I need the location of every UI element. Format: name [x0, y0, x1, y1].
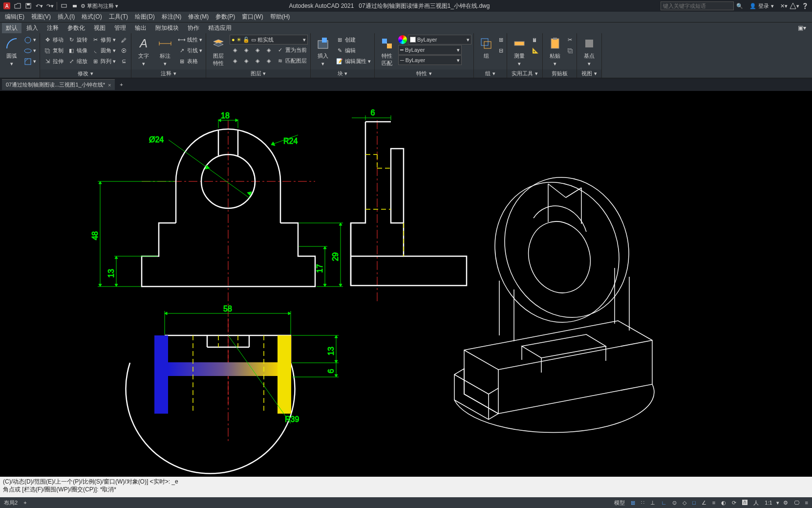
polar-icon[interactable]: ⊙	[670, 497, 679, 508]
text-button[interactable]: A文字▾	[133, 35, 154, 69]
command-line[interactable]: (C)/动态(D)/范围(E)/上一个(P)/比例(S)/窗口(W)/对象(O)…	[0, 477, 812, 497]
create-button[interactable]: ⊞创建	[334, 35, 372, 45]
insert-button[interactable]: 插入▾	[313, 35, 333, 69]
menu-param[interactable]: 参数(P)	[213, 12, 238, 22]
attr-button[interactable]: 📝编辑属性 ▾	[334, 56, 372, 66]
grid-icon[interactable]: ⊞	[629, 497, 637, 508]
mirror-button[interactable]: ◧镜像	[66, 45, 89, 56]
color-dropdown[interactable]: ByLayer▾	[408, 35, 471, 44]
customize-icon[interactable]: ≡	[803, 497, 810, 508]
save-icon[interactable]	[23, 1, 33, 11]
fillet-button[interactable]: ◟圆角 ▾	[90, 45, 117, 56]
panel-label[interactable]: 图层 ▾	[206, 69, 310, 78]
move-button[interactable]: ✥移动	[42, 35, 65, 45]
tab-manage[interactable]: 管理	[110, 23, 130, 33]
search-icon[interactable]: 🔍	[735, 1, 745, 11]
menu-dim[interactable]: 标注(N)	[159, 12, 185, 22]
transparency-icon[interactable]: ◐	[719, 497, 728, 508]
tab-default[interactable]: 默认	[2, 23, 21, 33]
linear-button[interactable]: ⟷线性 ▾	[176, 35, 204, 45]
rotate-button[interactable]: ↻旋转	[66, 35, 89, 45]
arc-button[interactable]: 圆弧▾	[2, 35, 21, 77]
annoscale-icon[interactable]: 人	[751, 497, 761, 508]
circle-icon[interactable]: ▾	[22, 35, 38, 45]
setcur-button[interactable]: ✓置为当前	[275, 45, 308, 55]
dim-button[interactable]: 标注▾	[155, 35, 175, 69]
plot-icon[interactable]	[59, 1, 69, 11]
group-icon2[interactable]: ⊟	[497, 45, 505, 56]
add-layout-button[interactable]: +	[21, 497, 28, 508]
layer-props-button[interactable]: 图层 特性	[208, 35, 229, 69]
new-tab-button[interactable]: +	[116, 79, 127, 90]
panel-label[interactable]: 修改 ▾	[40, 69, 131, 78]
ellipse-icon[interactable]: ▾	[22, 45, 38, 56]
base-button[interactable]: 基点▾	[579, 35, 599, 69]
copy-icon[interactable]: ⿻	[566, 45, 575, 56]
open-icon[interactable]	[13, 1, 22, 11]
workspace-icon[interactable]: ⚙	[781, 497, 790, 508]
anno-icon[interactable]: 🅰	[740, 497, 749, 508]
monitor-icon[interactable]: 🖵	[792, 497, 801, 508]
util-icon2[interactable]: 📐	[531, 45, 540, 56]
autodesk-icon[interactable]: ▾	[790, 1, 799, 11]
layer-icon5[interactable]: ◈	[230, 56, 240, 66]
workspace-dropdown[interactable]: ⚙ 草图与注释 ▾	[81, 1, 118, 11]
panel-label[interactable]: 视图 ▾	[577, 69, 601, 78]
layer-icon8[interactable]: ◈	[263, 56, 274, 66]
file-tab[interactable]: 07通过绘制轴测图读...三视图1_小钟在线*×	[2, 79, 115, 90]
panel-label[interactable]: 特性 ▾	[375, 69, 473, 78]
linetype-dropdown[interactable]: ─ByLayer▾	[398, 55, 462, 65]
group-button[interactable]: 组	[476, 35, 496, 69]
menu-help[interactable]: 帮助(H)	[267, 12, 293, 22]
model-button[interactable]: 模型	[612, 497, 627, 508]
cycle-icon[interactable]: ⟳	[730, 497, 738, 508]
hatch-icon[interactable]: ▾	[22, 56, 38, 66]
menu-view[interactable]: 视图(V)	[28, 12, 54, 22]
scale-display[interactable]: 1:1	[763, 497, 774, 508]
layer-icon4[interactable]: ◈	[263, 45, 274, 55]
layer-icon1[interactable]: ◈	[230, 45, 240, 55]
offset-icon[interactable]: ⊆	[118, 56, 129, 66]
redo-icon[interactable]: ↷▾	[45, 1, 55, 11]
menu-draw[interactable]: 绘图(D)	[132, 12, 158, 22]
panel-label[interactable]: 注释 ▾	[131, 69, 206, 78]
tab-view[interactable]: 视图	[90, 23, 109, 33]
menu-modify[interactable]: 修改(M)	[185, 12, 212, 22]
panel-label[interactable]: 组 ▾	[474, 69, 507, 78]
search-input[interactable]	[661, 1, 734, 10]
menu-edit[interactable]: 编辑(E)	[2, 12, 27, 22]
explode-icon[interactable]: ⦿	[118, 45, 129, 56]
undo-icon[interactable]: ↶▾	[34, 1, 44, 11]
track-icon[interactable]: ∠	[700, 497, 708, 508]
ortho-icon[interactable]: ∟	[659, 497, 668, 508]
print-icon[interactable]	[70, 1, 80, 11]
trim-button[interactable]: ✂修剪 ▾	[90, 35, 117, 45]
app-menu-icon[interactable]: A	[2, 1, 12, 11]
menu-tools[interactable]: 工具(T)	[106, 12, 131, 22]
osnap-icon[interactable]: □	[690, 497, 698, 508]
copy-button[interactable]: ⿻复制	[42, 45, 65, 56]
erase-icon[interactable]: 🖉	[118, 35, 129, 45]
scale-button[interactable]: ⤢缩放	[66, 56, 89, 66]
tab-param[interactable]: 参数化	[64, 23, 89, 33]
array-button[interactable]: ⊞阵列 ▾	[90, 56, 117, 66]
paste-button[interactable]: 粘贴▾	[545, 35, 565, 69]
login-button[interactable]: 👤 登录 ▾	[746, 2, 778, 10]
util-icon1[interactable]: 🖩	[531, 35, 540, 45]
panel-label[interactable]: 块 ▾	[311, 69, 374, 78]
snap-icon[interactable]: ∷	[639, 497, 646, 508]
layer-icon2[interactable]: ◈	[241, 45, 252, 55]
color-icon[interactable]	[398, 35, 407, 44]
measure-button[interactable]: 测量▾	[509, 35, 530, 69]
panel-label[interactable]: 剪贴板	[543, 69, 577, 78]
tab-featured[interactable]: 精选应用	[204, 23, 235, 33]
tab-insert[interactable]: 插入	[22, 23, 42, 33]
drawing-canvas[interactable]: 18 R24 Ø24 48 13 17 29 6	[0, 91, 812, 477]
menu-window[interactable]: 窗口(W)	[239, 12, 266, 22]
tab-collab[interactable]: 协作	[184, 23, 203, 33]
menu-insert[interactable]: 插入(I)	[55, 12, 78, 22]
lwt-icon[interactable]: ≡	[710, 497, 717, 508]
lineweight-dropdown[interactable]: ━ByLayer▾	[398, 45, 462, 55]
edit-button[interactable]: ✎编辑	[334, 45, 372, 56]
exchange-icon[interactable]: ✕▾	[779, 1, 789, 11]
